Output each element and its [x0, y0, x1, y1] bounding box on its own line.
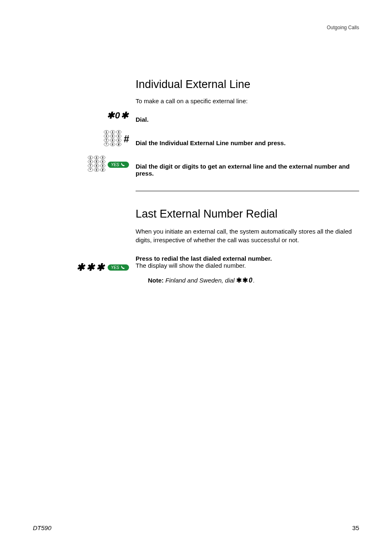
- svg-text:1: 1: [106, 131, 107, 133]
- step3-input-indicator: 1 2 3 4 5 6 7 8 9 * 0 # YES: [87, 155, 129, 174]
- step2-input-indicator: 1 2 3 4 5 6 7 8 9 * 0 # #: [103, 130, 129, 148]
- step1-input-indicator: ✱0✱: [107, 110, 129, 121]
- svg-text:3: 3: [118, 131, 119, 133]
- section2-title: Last External Number Redial: [136, 208, 359, 220]
- section2-intro: When you initiate an external call, the …: [136, 227, 359, 244]
- note-block: Note: Finland and Sweden, dial ✱✱0.: [148, 276, 359, 284]
- stars-icon: ✱✱✱: [76, 262, 106, 273]
- svg-text:5: 5: [96, 160, 97, 163]
- svg-text:7: 7: [90, 164, 91, 167]
- svg-text:9: 9: [118, 139, 119, 141]
- section1-step1: Dial.: [136, 116, 359, 123]
- section2-step1-input-indicator: ✱✱✱ YES: [76, 262, 129, 273]
- svg-text:*: *: [106, 143, 107, 146]
- section-divider: [136, 191, 359, 191]
- footer-model: DT590: [33, 524, 51, 531]
- svg-text:7: 7: [106, 139, 107, 141]
- svg-text:8: 8: [112, 139, 113, 141]
- yes-button-icon: YES: [108, 162, 129, 168]
- svg-text:4: 4: [106, 135, 107, 137]
- yes-label: YES: [111, 162, 119, 167]
- svg-text:6: 6: [118, 135, 119, 137]
- handset-icon: [121, 162, 125, 167]
- yes-button-icon: YES: [108, 264, 129, 271]
- svg-text:2: 2: [96, 156, 97, 159]
- note-code: ✱✱0: [236, 277, 253, 284]
- svg-text:0: 0: [112, 143, 113, 146]
- section1-step3: Dial the digit or digits to get an exter…: [136, 163, 359, 177]
- page-header-section: Outgoing Calls: [327, 25, 359, 30]
- section1-step2: Dial the Individual External Line number…: [136, 139, 359, 146]
- handset-icon: [121, 265, 125, 269]
- svg-text:3: 3: [102, 156, 104, 159]
- hash-icon: #: [124, 133, 129, 145]
- svg-text:#: #: [118, 143, 119, 146]
- note-label: Note:: [148, 277, 164, 284]
- section1-intro: To make a call on a specific external li…: [136, 97, 359, 104]
- section1-title: Individual External Line: [136, 78, 359, 91]
- section2-step1-text: The display will show the dialed number.: [136, 262, 246, 269]
- svg-text:2: 2: [112, 131, 113, 133]
- keypad-icon: 1 2 3 4 5 6 7 8 9 * 0 #: [103, 130, 122, 148]
- svg-text:#: #: [102, 169, 104, 171]
- svg-text:5: 5: [112, 135, 113, 137]
- svg-text:6: 6: [102, 160, 104, 163]
- note-text-after: .: [253, 277, 255, 284]
- svg-text:0: 0: [96, 169, 97, 171]
- yes-label: YES: [111, 265, 119, 270]
- svg-text:4: 4: [90, 160, 91, 163]
- svg-text:9: 9: [102, 164, 104, 167]
- keypad-icon: 1 2 3 4 5 6 7 8 9 * 0 #: [87, 155, 106, 174]
- svg-text:1: 1: [90, 156, 91, 159]
- section2-step1-bold: Press to redial the last dialed external…: [136, 255, 272, 262]
- svg-text:*: *: [90, 169, 91, 171]
- svg-text:8: 8: [96, 164, 97, 167]
- note-text-before: Finland and Sweden, dial: [166, 277, 237, 284]
- footer-page-number: 35: [352, 524, 359, 531]
